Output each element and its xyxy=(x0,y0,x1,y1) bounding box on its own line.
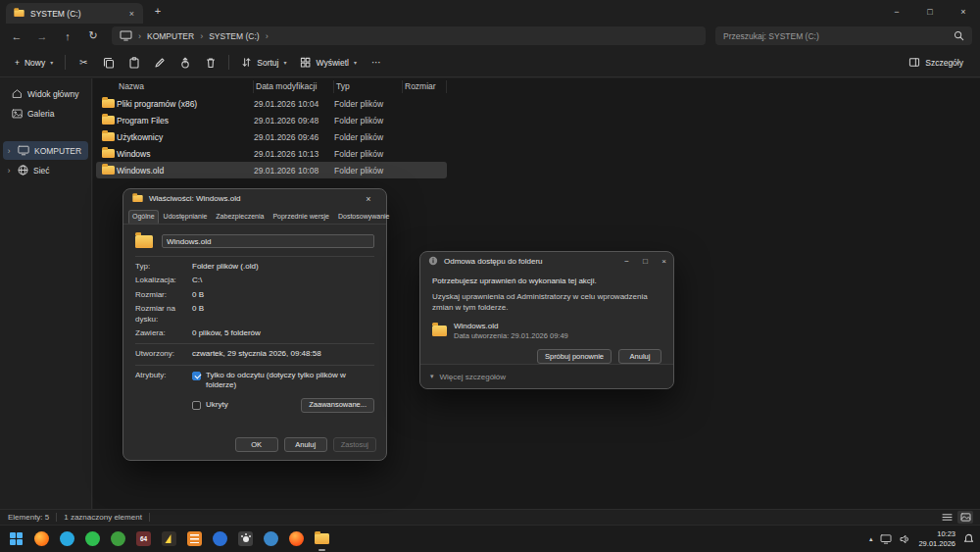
sidebar-item-label: Sieć xyxy=(33,166,50,176)
view-thumbnails-toggle[interactable] xyxy=(957,511,973,524)
folder-name-input[interactable] xyxy=(162,234,374,248)
tab-sharing[interactable]: Udostępnianie xyxy=(160,210,212,224)
taskbar-app-64[interactable]: 64 xyxy=(135,530,152,547)
tab-security[interactable]: Zabezpieczenia xyxy=(212,210,268,224)
taskbar-app-6[interactable] xyxy=(161,530,177,547)
hidden-checkbox[interactable] xyxy=(192,401,201,410)
tab-close-icon[interactable]: × xyxy=(127,9,136,19)
apply-button[interactable]: Zastosuj xyxy=(333,437,376,452)
table-row[interactable]: Użytkownicy 29.01.2026 09:46 Folder plik… xyxy=(96,128,447,145)
thumbnail-view-icon xyxy=(960,513,971,522)
table-row[interactable]: Pliki programów (x86) 29.01.2026 10:04 F… xyxy=(96,95,447,112)
home-icon xyxy=(12,88,23,99)
column-header-size[interactable]: Rozmiar xyxy=(403,80,447,93)
readonly-checkbox[interactable] xyxy=(192,372,201,380)
folder-icon xyxy=(135,235,153,248)
tab-previous-versions[interactable]: Poprzednie wersje xyxy=(269,210,333,224)
explorer-tab[interactable]: SYSTEM (C:) × xyxy=(6,3,143,24)
info-icon xyxy=(428,256,438,266)
taskbar-app-4[interactable] xyxy=(110,530,126,547)
view-details-toggle[interactable] xyxy=(939,511,955,524)
sidebar-item-gallery[interactable]: Galeria xyxy=(3,104,88,123)
tab-general[interactable]: Ogólne xyxy=(128,210,159,224)
search-icon xyxy=(954,30,964,41)
cancel-button[interactable]: Anuluj xyxy=(284,437,327,452)
dialog-close-icon[interactable]: × xyxy=(655,252,673,270)
start-button[interactable] xyxy=(8,530,24,547)
sidebar-item-network[interactable]: › Sieć xyxy=(3,161,88,179)
table-row[interactable]: Windows 29.01.2026 10:13 Folder plików xyxy=(96,145,447,162)
taskbar-app-2[interactable] xyxy=(59,530,75,547)
breadcrumb-item-komputer[interactable]: KOMPUTER xyxy=(147,31,194,41)
advanced-button[interactable]: Zaawansowane... xyxy=(301,398,374,413)
notification-bell-icon[interactable] xyxy=(963,533,974,544)
chevron-right-icon[interactable]: › xyxy=(5,166,13,176)
sidebar-item-home[interactable]: Widok główny xyxy=(3,84,88,103)
share-button[interactable] xyxy=(172,52,198,74)
forward-button[interactable]: → xyxy=(29,30,55,42)
taskbar-app-firefox[interactable] xyxy=(33,530,50,547)
paste-button[interactable] xyxy=(122,52,147,74)
taskbar-app-11[interactable] xyxy=(288,530,305,547)
minimize-button[interactable]: − xyxy=(880,0,913,24)
taskbar-app-9[interactable] xyxy=(237,530,254,547)
clock-time: 10:23 xyxy=(918,529,956,539)
share-icon xyxy=(179,57,191,69)
tray-overflow-button[interactable]: ▴ xyxy=(869,535,873,543)
view-button[interactable]: Wyświetl ▾ xyxy=(293,53,363,72)
back-button[interactable]: ← xyxy=(4,30,29,42)
retry-button[interactable]: Spróbuj ponownie xyxy=(537,349,612,364)
sort-button[interactable]: Sortuj ▾ xyxy=(234,53,293,72)
paw-icon xyxy=(238,531,253,546)
table-row-selected[interactable]: Windows.old 29.01.2026 10:08 Folder plik… xyxy=(96,162,447,178)
taskbar-app-10[interactable] xyxy=(263,530,279,547)
details-pane-button[interactable]: Szczegóły xyxy=(902,53,970,72)
file-modified: 29.01.2026 10:13 xyxy=(254,149,334,159)
breadcrumb-item-system-c[interactable]: SYSTEM (C:) xyxy=(209,31,259,41)
more-options-button[interactable]: ⋯ xyxy=(364,57,389,68)
view-grid-icon xyxy=(300,57,311,68)
dialog-close-icon[interactable]: × xyxy=(359,194,378,204)
taskbar-clock[interactable]: 10:23 29.01.2026 xyxy=(918,529,956,549)
refresh-button[interactable]: ↻ xyxy=(80,29,106,42)
rename-button[interactable] xyxy=(147,52,172,74)
sidebar-item-label: Galeria xyxy=(27,109,54,119)
chevron-right-icon[interactable]: › xyxy=(5,146,13,156)
maximize-button[interactable]: □ xyxy=(636,252,655,270)
table-row[interactable]: Program Files 29.01.2026 09:48 Folder pl… xyxy=(96,112,447,128)
gallery-icon xyxy=(12,109,23,119)
divider xyxy=(135,256,374,257)
search-input[interactable]: Przeszukaj: SYSTEM (C:) xyxy=(715,26,972,45)
taskbar-app-7[interactable] xyxy=(186,530,203,547)
cancel-button[interactable]: Anuluj xyxy=(618,349,662,364)
taskbar-app-8[interactable] xyxy=(212,530,228,547)
cut-button[interactable]: ✂ xyxy=(71,52,96,74)
breadcrumb[interactable]: › KOMPUTER › SYSTEM (C:) › xyxy=(112,26,706,45)
minimize-button[interactable]: − xyxy=(617,252,636,270)
maximize-button[interactable]: □ xyxy=(913,0,947,24)
new-button[interactable]: + Nowy ▾ xyxy=(8,54,60,72)
status-bar: Elementy: 5 1 zaznaczony element xyxy=(0,509,980,525)
copy-icon xyxy=(103,57,115,69)
column-header-name[interactable]: Nazwa xyxy=(117,80,254,93)
new-tab-button[interactable]: + xyxy=(150,4,166,20)
hidden-label: Ukryty xyxy=(206,400,228,410)
column-header-type[interactable]: Typ xyxy=(334,80,403,93)
tab-customize[interactable]: Dostosowywanie xyxy=(334,210,394,224)
volume-icon[interactable] xyxy=(900,534,910,544)
taskbar-file-explorer[interactable] xyxy=(314,530,330,547)
divider xyxy=(135,365,374,366)
delete-button[interactable] xyxy=(198,52,223,74)
ok-button[interactable]: OK xyxy=(235,437,278,452)
folder-icon xyxy=(432,326,447,336)
copy-button[interactable] xyxy=(96,52,122,74)
more-details-toggle[interactable]: ▾ Więcej szczegółów xyxy=(420,364,673,388)
column-header-modified[interactable]: Data modyfikacji xyxy=(254,80,334,93)
taskbar-app-3[interactable] xyxy=(84,530,101,547)
sidebar-item-computer[interactable]: › KOMPUTER xyxy=(3,141,88,160)
close-button[interactable]: × xyxy=(947,0,980,24)
display-icon[interactable] xyxy=(880,534,892,544)
up-button[interactable]: ↑ xyxy=(55,30,80,42)
taskbar: 64 ▴ 10:23 29.01.2026 xyxy=(0,525,980,552)
file-type: Folder plików xyxy=(334,132,403,142)
